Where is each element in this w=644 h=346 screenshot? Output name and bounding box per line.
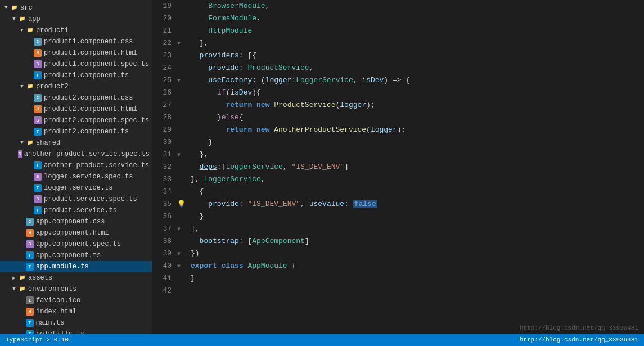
gutter-cell bbox=[177, 136, 188, 149]
file-tree: 📁src📁app📁product1Cproduct1.component.css… bbox=[0, 2, 152, 346]
code-content[interactable]: BrowserModule, FormsModule, HttpModule ]… bbox=[188, 0, 644, 334]
tree-label: src bbox=[20, 4, 33, 12]
tree-item-another.spec[interactable]: Sanother-product.service.spec.ts bbox=[0, 149, 152, 160]
tree-item-app.spec[interactable]: Sapp.component.spec.ts bbox=[0, 239, 152, 250]
gutter-cell: ▼ bbox=[177, 260, 188, 272]
code-line bbox=[191, 285, 644, 297]
line-number: 22 bbox=[152, 37, 172, 50]
fold-icon[interactable]: ▼ bbox=[177, 41, 181, 47]
file-icon: S bbox=[18, 150, 22, 158]
fold-icon[interactable]: ▼ bbox=[177, 78, 181, 84]
tree-item-favicon[interactable]: Ifavicon.ico bbox=[0, 295, 152, 306]
folder-icon: 📁 bbox=[10, 4, 18, 12]
tree-label: assets bbox=[28, 274, 52, 282]
code-line: }else{ bbox=[191, 111, 644, 124]
code-line: }, bbox=[191, 149, 644, 161]
tree-item-main.ts[interactable]: Tmain.ts bbox=[0, 317, 152, 329]
folder-icon: 📁 bbox=[26, 26, 34, 34]
file-icon: S bbox=[26, 240, 34, 248]
line-number: 25 bbox=[152, 74, 172, 87]
lightbulb-icon[interactable]: 💡 bbox=[177, 200, 186, 208]
fold-icon[interactable]: ▼ bbox=[177, 152, 181, 158]
folder-arrow[interactable] bbox=[10, 16, 18, 22]
folder-arrow[interactable] bbox=[18, 84, 26, 89]
line-number: 36 bbox=[152, 210, 172, 223]
tree-item-shared[interactable]: 📁shared bbox=[0, 137, 152, 149]
tree-item-app.comp.ts[interactable]: Tapp.component.ts bbox=[0, 250, 152, 261]
gutter-cell bbox=[177, 12, 188, 25]
tree-item-environments[interactable]: 📁environments bbox=[0, 284, 152, 295]
fold-icon[interactable]: ▼ bbox=[177, 251, 181, 257]
tree-item-product2.html[interactable]: Hproduct2.component.html bbox=[0, 104, 152, 115]
gutter-cell: ▼ bbox=[177, 74, 188, 87]
tree-item-product2.ts[interactable]: Tproduct2.component.ts bbox=[0, 126, 152, 137]
folder-arrow[interactable] bbox=[10, 286, 18, 292]
tree-item-product1.css[interactable]: Cproduct1.component.css bbox=[0, 36, 152, 47]
status-right: http://blog.csdn.net/qq_33936481 bbox=[520, 336, 638, 343]
line-number: 42 bbox=[152, 285, 172, 297]
code-line: } bbox=[191, 136, 644, 149]
tree-label: product2.component.spec.ts bbox=[44, 116, 149, 124]
tree-item-product1.spec[interactable]: Sproduct1.component.spec.ts bbox=[0, 59, 152, 70]
code-line: BrowserModule, bbox=[191, 0, 644, 12]
file-icon: T bbox=[26, 251, 34, 259]
tree-item-logger.ts[interactable]: Tlogger.service.ts bbox=[0, 182, 152, 194]
folder-arrow[interactable] bbox=[18, 140, 26, 146]
tree-label: app.component.html bbox=[36, 229, 109, 237]
line-number: 24 bbox=[152, 62, 172, 74]
line-number: 35 bbox=[152, 198, 172, 210]
tree-item-app.module.ts[interactable]: Tapp.module.ts bbox=[0, 261, 152, 272]
tree-label: index.html bbox=[36, 308, 76, 316]
file-icon: T bbox=[34, 161, 42, 169]
tree-item-index.html[interactable]: Hindex.html bbox=[0, 306, 152, 317]
file-icon: H bbox=[26, 308, 34, 316]
code-line: } bbox=[191, 210, 644, 223]
watermark: http://blog.csdn.net/qq_33936481 bbox=[520, 325, 638, 331]
gutter-cell bbox=[177, 173, 188, 186]
code-line: } bbox=[191, 272, 644, 285]
gutter-cell bbox=[177, 235, 188, 248]
fold-icon[interactable]: ▼ bbox=[177, 263, 181, 269]
folder-arrow[interactable] bbox=[2, 5, 10, 11]
code-line: providers: [{ bbox=[191, 50, 644, 62]
tree-item-app.html[interactable]: Happ.component.html bbox=[0, 227, 152, 239]
tree-item-src[interactable]: 📁src bbox=[0, 2, 152, 14]
tree-item-product1[interactable]: 📁product1 bbox=[0, 25, 152, 36]
tree-item-product2.css[interactable]: Cproduct2.component.css bbox=[0, 92, 152, 104]
tree-item-app.css[interactable]: Capp.component.css bbox=[0, 216, 152, 227]
tree-label: logger.service.ts bbox=[44, 184, 112, 192]
tree-item-another.ts[interactable]: Tanother-product.service.ts bbox=[0, 160, 152, 171]
tree-item-app[interactable]: 📁app bbox=[0, 14, 152, 25]
line-number: 41 bbox=[152, 272, 172, 285]
line-number: 30 bbox=[152, 136, 172, 149]
tree-label: product1.component.spec.ts bbox=[44, 60, 149, 68]
tree-label: app bbox=[28, 15, 40, 23]
fold-icon[interactable]: ▼ bbox=[177, 226, 181, 232]
code-line: useFactory: (logger:LoggerService, isDev… bbox=[191, 74, 644, 87]
tree-label: environments bbox=[28, 285, 76, 293]
tree-label: app.module.ts bbox=[36, 263, 89, 271]
code-line: FormsModule, bbox=[191, 12, 644, 25]
tree-item-logger.spec[interactable]: Slogger.service.spec.ts bbox=[0, 171, 152, 182]
line-numbers: 1920212223242526272829303132333435363738… bbox=[152, 0, 177, 334]
tree-item-product1.ts[interactable]: Tproduct1.component.ts bbox=[0, 70, 152, 81]
tree-item-product2[interactable]: 📁product2 bbox=[0, 81, 152, 92]
file-icon: H bbox=[34, 49, 42, 57]
tree-item-product1.html[interactable]: Hproduct1.component.html bbox=[0, 47, 152, 59]
tree-item-assets[interactable]: 📁assets bbox=[0, 272, 152, 284]
tree-label: logger.service.spec.ts bbox=[44, 173, 133, 181]
file-icon: T bbox=[26, 319, 34, 327]
tree-item-product.ts[interactable]: Tproduct.service.ts bbox=[0, 205, 152, 216]
code-line: ], bbox=[191, 37, 644, 50]
code-line: export class AppModule { bbox=[191, 260, 644, 272]
code-line: if(isDev){ bbox=[191, 87, 644, 99]
file-icon: C bbox=[34, 94, 42, 102]
folder-arrow[interactable] bbox=[18, 28, 26, 33]
code-line: provide: ProductService, bbox=[191, 62, 644, 74]
gutter-cell: ▼ bbox=[177, 223, 188, 235]
file-icon: T bbox=[34, 206, 42, 214]
folder-arrow[interactable] bbox=[10, 275, 18, 281]
tree-item-product.spec[interactable]: Sproduct.service.spec.ts bbox=[0, 194, 152, 205]
tree-label: another-product.service.spec.ts bbox=[24, 150, 150, 158]
tree-item-product2.spec[interactable]: Sproduct2.component.spec.ts bbox=[0, 115, 152, 126]
